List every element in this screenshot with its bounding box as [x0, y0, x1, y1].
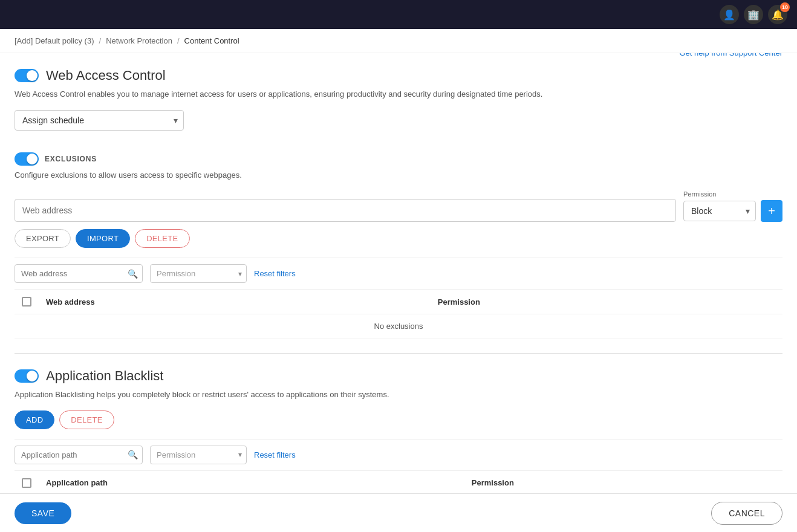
notification-icon[interactable]: 🔔 10: [768, 5, 787, 24]
delete-exclusion-button[interactable]: DELETE: [135, 229, 189, 248]
breadcrumb-sep-2: /: [177, 36, 180, 45]
main-content: Get help from Support Center Web Access …: [0, 53, 797, 490]
exclusions-permission-filter[interactable]: Permission Block Allow: [150, 264, 247, 283]
app-reset-filters[interactable]: Reset filters: [254, 450, 296, 459]
app-blacklist-table: Application path Permission: [15, 471, 782, 491]
app-path-search-icon: 🔍: [128, 450, 138, 459]
permission-group: Permission Block Allow ▾ +: [683, 190, 782, 222]
section-divider: [15, 353, 782, 354]
top-bar: 👤 🏢 🔔 10: [0, 0, 797, 29]
permission-select-wrapper: Block Allow ▾: [683, 201, 756, 221]
exclusions-web-address-filter-wrap: 🔍: [15, 264, 143, 283]
exclusions-toggle-row: EXCLUSIONS: [15, 152, 782, 166]
permission-select-wrap: Block Allow ▾ +: [683, 200, 782, 222]
app-permission-col: Permission: [464, 471, 782, 491]
exclusions-reset-filters[interactable]: Reset filters: [254, 269, 296, 278]
breadcrumb-item-3: Content Control: [184, 36, 239, 45]
web-address-input[interactable]: [15, 199, 676, 222]
exclusions-empty-message: No exclusions: [15, 314, 782, 339]
app-permission-filter[interactable]: Permission Block Allow: [150, 446, 247, 464]
app-path-filter-wrap: 🔍: [15, 446, 143, 464]
breadcrumb-item-2[interactable]: Network Protection: [106, 36, 172, 45]
exclusions-permission-filter-wrap: Permission Block Allow ▾: [150, 264, 247, 283]
web-address-input-row: Permission Block Allow ▾ +: [15, 190, 782, 222]
app-blacklist-header: Application Blacklist: [15, 368, 782, 384]
web-access-control-toggle[interactable]: [15, 69, 39, 82]
breadcrumb: [Add] Default policy (3) / Network Prote…: [0, 29, 797, 53]
exclusions-web-address-col: Web address: [39, 290, 431, 314]
app-blacklist-action-buttons: ADD DELETE: [15, 410, 782, 429]
exclusions-search-icon: 🔍: [128, 269, 138, 279]
exclusions-toggle[interactable]: [15, 152, 39, 166]
user-icon[interactable]: 👤: [720, 5, 739, 24]
permission-select[interactable]: Block Allow: [683, 201, 756, 221]
app-blacklist-description: Application Blacklisting helps you compl…: [15, 389, 782, 401]
building-icon[interactable]: 🏢: [744, 5, 763, 24]
breadcrumb-sep-1: /: [99, 36, 102, 45]
app-blacklist-toggle[interactable]: [15, 369, 39, 383]
exclusions-select-all-cell: [15, 290, 39, 314]
exclusions-web-address-filter[interactable]: [15, 264, 143, 283]
import-button[interactable]: IMPORT: [76, 229, 130, 248]
notification-badge: 10: [780, 2, 790, 12]
app-path-col: Application path: [39, 471, 464, 491]
app-select-all-checkbox[interactable]: [22, 478, 31, 488]
web-access-control-title: Web Access Control: [46, 68, 166, 83]
permission-label: Permission: [683, 190, 782, 198]
delete-app-button[interactable]: DELETE: [59, 410, 114, 429]
web-access-control-description: Web Access Control enables you to manage…: [15, 88, 782, 100]
assign-schedule-wrapper: Assign schedule ▾: [15, 110, 184, 131]
exclusions-permission-col: Permission: [431, 290, 782, 314]
top-bar-icons: 👤 🏢 🔔 10: [720, 5, 787, 24]
app-blacklist-filter-row: 🔍 Permission Block Allow ▾ Reset filters: [15, 439, 782, 471]
help-link[interactable]: Get help from Support Center: [679, 53, 782, 57]
add-app-button[interactable]: ADD: [15, 410, 54, 429]
exclusions-filter-row: 🔍 Permission Block Allow ▾ Reset filters: [15, 258, 782, 290]
app-select-all-cell: [15, 471, 39, 491]
add-exclusion-button[interactable]: +: [761, 200, 782, 222]
web-access-control-header: Web Access Control: [15, 68, 782, 83]
exclusions-label: EXCLUSIONS: [45, 155, 97, 163]
app-blacklist-title: Application Blacklist: [46, 368, 163, 384]
exclusions-action-buttons: EXPORT IMPORT DELETE: [15, 229, 782, 248]
breadcrumb-item-1[interactable]: [Add] Default policy (3): [15, 36, 94, 45]
exclusions-empty-row: No exclusions: [15, 314, 782, 339]
app-path-filter[interactable]: [15, 446, 143, 464]
app-permission-filter-wrap: Permission Block Allow ▾: [150, 446, 247, 464]
exclusions-select-all-checkbox[interactable]: [22, 297, 31, 307]
exclusions-description: Configure exclusions to allow users acce…: [15, 169, 782, 181]
exclusions-table: Web address Permission No exclusions: [15, 290, 782, 339]
assign-schedule-select[interactable]: Assign schedule: [15, 110, 184, 131]
export-button[interactable]: EXPORT: [15, 229, 71, 248]
